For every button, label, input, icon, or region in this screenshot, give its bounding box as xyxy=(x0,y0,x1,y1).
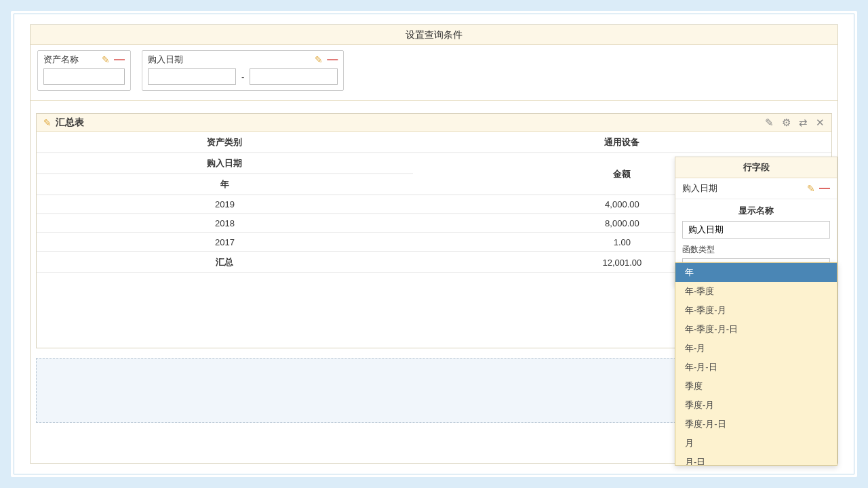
summary-tools: ✎ ⚙ ⇄ ✕ xyxy=(765,117,825,129)
cell-year: 2017 xyxy=(37,233,413,252)
remove-icon[interactable]: — xyxy=(819,184,830,192)
function-type-option[interactable]: 年-季度 xyxy=(675,282,837,301)
edit-icon[interactable]: ✎ xyxy=(807,183,815,194)
summary-header: ✎ 汇总表 ✎ ⚙ ⇄ ✕ xyxy=(37,114,831,132)
function-type-option[interactable]: 月-日 xyxy=(675,453,837,466)
edit-icon[interactable]: ✎ xyxy=(102,54,110,65)
edit-icon[interactable]: ✎ xyxy=(315,54,323,65)
function-type-option[interactable]: 季度-月-日 xyxy=(675,415,837,434)
function-type-option[interactable]: 年-月-日 xyxy=(675,358,837,377)
col-purchasedate: 购入日期 xyxy=(37,153,413,174)
summary-title: 汇总表 xyxy=(56,117,84,129)
col-assetcategory: 资产类别 xyxy=(37,132,413,153)
function-type-dropdown[interactable]: 年年-季度年-季度-月年-季度-月-日年-月年-月-日季度季度-月季度-月-日月… xyxy=(675,262,837,466)
filter-asset-name-label: 资产名称 xyxy=(43,54,79,66)
purchase-date-from-input[interactable] xyxy=(148,68,236,85)
filters-bar: 资产名称 ✎ — 购入日期 ✎ — xyxy=(31,45,837,101)
col-general: 通用设备 xyxy=(413,132,831,153)
function-type-option[interactable]: 季度 xyxy=(675,377,837,396)
function-type-option[interactable]: 年 xyxy=(675,263,837,282)
gear-icon[interactable]: ⚙ xyxy=(782,117,791,129)
function-type-option[interactable]: 年-月 xyxy=(675,339,837,358)
swap-icon[interactable]: ⇄ xyxy=(799,117,808,129)
row-field-panel-title: 行字段 xyxy=(675,157,837,178)
row-field-name: 购入日期 xyxy=(682,182,717,195)
cell-year: 2019 xyxy=(37,195,413,214)
cell-total-label: 汇总 xyxy=(37,252,413,273)
row-field-item: 购入日期 ✎ — xyxy=(675,178,837,199)
function-type-label: 函数类型 xyxy=(682,244,830,258)
range-dash: - xyxy=(240,72,245,82)
app-frame: 设置查询条件 资产名称 ✎ — 购入日期 ✎ xyxy=(11,11,857,477)
function-type-option[interactable]: 月 xyxy=(675,434,837,453)
remove-icon[interactable]: — xyxy=(327,56,338,64)
function-type-option[interactable]: 年-季度-月 xyxy=(675,301,837,320)
col-year: 年 xyxy=(37,174,413,195)
function-type-option[interactable]: 季度-月 xyxy=(675,396,837,415)
display-name-input[interactable] xyxy=(682,221,830,239)
asset-name-input[interactable] xyxy=(43,68,125,85)
function-type-option[interactable]: 年-季度-月-日 xyxy=(675,320,837,339)
cell-year: 2018 xyxy=(37,214,413,233)
display-name-label: 显示名称 xyxy=(682,205,830,221)
filter-purchase-date: 购入日期 ✎ — - xyxy=(142,50,344,91)
filters-title: 设置查询条件 xyxy=(31,25,837,45)
remove-icon[interactable]: — xyxy=(114,56,125,64)
compose-icon[interactable]: ✎ xyxy=(765,117,774,129)
filter-asset-name: 资产名称 ✎ — xyxy=(37,50,131,91)
filter-purchase-date-label: 购入日期 xyxy=(148,54,183,66)
close-icon[interactable]: ✕ xyxy=(816,117,825,129)
purchase-date-to-input[interactable] xyxy=(250,68,338,85)
app-inner: 设置查询条件 资产名称 ✎ — 购入日期 ✎ xyxy=(30,24,838,464)
table-row: 资产类别 通用设备 xyxy=(37,132,831,153)
edit-icon[interactable]: ✎ xyxy=(43,117,52,128)
